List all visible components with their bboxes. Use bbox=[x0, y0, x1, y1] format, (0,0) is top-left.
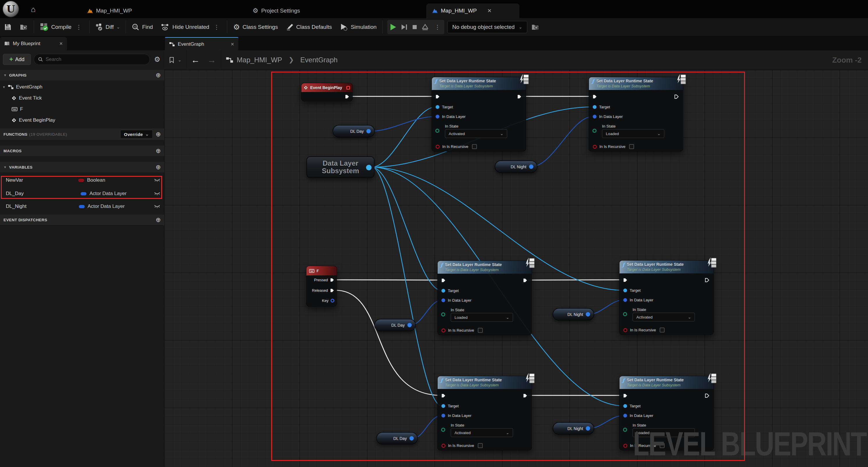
recursive-checkbox[interactable] bbox=[629, 144, 634, 149]
recursive-pin[interactable] bbox=[623, 444, 627, 448]
close-tab-icon[interactable]: ✕ bbox=[230, 41, 234, 47]
pin-row-target[interactable]: Target bbox=[441, 404, 459, 408]
home-icon[interactable]: ⌂ bbox=[28, 4, 38, 14]
in-state-pin[interactable] bbox=[441, 312, 445, 317]
bookmarks-button[interactable]: ⌄ bbox=[164, 50, 186, 69]
exec-out-pin[interactable] bbox=[705, 393, 709, 398]
pin-row-recursive[interactable]: In Is Recursive bbox=[593, 144, 634, 149]
node-get-dl-day[interactable]: DL Day bbox=[374, 319, 416, 331]
section-functions[interactable]: FUNCTIONS (19 OVERRIDABLE) Override ⌄ ⊕ bbox=[0, 128, 164, 140]
in-data-layer-pin[interactable] bbox=[623, 414, 627, 417]
recursive-checkbox[interactable] bbox=[478, 443, 483, 448]
tab-eventgraph[interactable]: EventGraph ✕ bbox=[165, 37, 238, 50]
override-dropdown[interactable]: Override ⌄ bbox=[120, 130, 153, 139]
eye-closed-icon[interactable] bbox=[154, 192, 160, 195]
node-get-dl-day[interactable]: DL Day bbox=[333, 125, 375, 138]
debug-object-select[interactable]: No debug object selected ⌄ bbox=[447, 21, 527, 33]
in-state-dropdown[interactable]: Activated⌄ bbox=[445, 129, 507, 138]
stop-icon[interactable] bbox=[412, 24, 417, 30]
exec-in-pin[interactable] bbox=[592, 94, 597, 99]
in-data-layer-pin[interactable] bbox=[441, 298, 445, 302]
exec-in-pin[interactable] bbox=[623, 278, 628, 283]
hide-unrelated-options-kebab-icon[interactable]: ⋮ bbox=[212, 24, 221, 31]
hide-unrelated-button[interactable]: Hide Unrelated ⋮ bbox=[157, 20, 225, 34]
asset-tab-map-hmi-wp[interactable]: Map_HMI_WP bbox=[82, 3, 137, 18]
data-layer-out-pin[interactable] bbox=[586, 312, 590, 317]
add-variable-icon[interactable]: ⊕ bbox=[156, 164, 161, 171]
tab-map-hmi-wp-active[interactable]: Map_HMI_WP ✕ bbox=[426, 3, 519, 18]
graph-item-event-tick[interactable]: Event Tick bbox=[0, 93, 164, 104]
exec-out-pin[interactable] bbox=[674, 94, 679, 99]
variable-row-dl-night[interactable]: DL_Night Actor Data Layer bbox=[0, 201, 164, 212]
save-button[interactable] bbox=[0, 20, 16, 34]
pin-row-recursive[interactable]: In Is Recursive bbox=[436, 144, 477, 149]
node-set-data-layer-runtime-state-1[interactable]: ƒ Set Data Layer Runtime State Target is… bbox=[432, 77, 526, 151]
in-state-dropdown[interactable]: Activated⌄ bbox=[451, 428, 513, 437]
target-pin[interactable] bbox=[593, 105, 596, 109]
diff-button[interactable]: Diff ⌄ bbox=[91, 20, 124, 34]
node-get-dl-day[interactable]: DL Day bbox=[376, 432, 418, 445]
exec-in-pin[interactable] bbox=[441, 278, 446, 283]
recursive-pin[interactable] bbox=[441, 328, 445, 332]
collapse-triangle-icon[interactable]: ▼ bbox=[2, 85, 5, 89]
in-state-pin[interactable] bbox=[435, 129, 439, 133]
simulation-button[interactable]: Simulation bbox=[336, 20, 381, 34]
play-options-kebab-icon[interactable]: ⋮ bbox=[433, 24, 442, 31]
in-data-layer-pin[interactable] bbox=[593, 115, 596, 118]
exec-out-pin[interactable] bbox=[517, 94, 522, 99]
recursive-checkbox[interactable] bbox=[472, 144, 477, 149]
in-data-layer-pin[interactable] bbox=[436, 115, 439, 118]
breadcrumb-root[interactable]: Map_HMI_WP bbox=[237, 56, 282, 64]
exec-out-pin[interactable] bbox=[345, 94, 349, 99]
variable-row-dl-day[interactable]: DL_Day Actor Data Layer bbox=[0, 188, 164, 199]
in-data-layer-pin[interactable] bbox=[441, 414, 445, 417]
graph-item-event-beginplay[interactable]: Event BeginPlay bbox=[0, 115, 164, 126]
section-graphs[interactable]: ▼ GRAPHS ⊕ bbox=[0, 70, 164, 80]
target-pin[interactable] bbox=[623, 404, 627, 408]
node-data-layer-subsystem[interactable]: Data Layer Subsystem bbox=[306, 156, 374, 178]
tab-my-blueprint[interactable]: My Blueprint ✕ bbox=[0, 37, 67, 50]
exec-in-pin[interactable] bbox=[435, 94, 440, 99]
data-layer-out-pin[interactable] bbox=[366, 129, 371, 133]
eye-closed-icon[interactable] bbox=[154, 205, 160, 208]
pin-row-in-data-layer[interactable]: In Data Layer bbox=[436, 114, 466, 119]
in-state-dropdown[interactable]: Activated⌄ bbox=[632, 313, 695, 321]
node-get-dl-night[interactable]: DL Night bbox=[553, 308, 594, 321]
graph-item-eventgraph[interactable]: ▼ EventGraph bbox=[0, 82, 164, 93]
pin-row-in-data-layer[interactable]: In Data Layer bbox=[623, 298, 653, 302]
panel-settings-gear-icon[interactable]: ⚙ bbox=[153, 55, 161, 63]
close-panel-icon[interactable]: ✕ bbox=[59, 41, 63, 46]
in-state-pin[interactable] bbox=[441, 428, 445, 432]
in-state-pin[interactable] bbox=[592, 129, 596, 133]
data-layer-out-pin[interactable] bbox=[409, 436, 414, 440]
pin-row-recursive[interactable]: In Is Recursive bbox=[623, 327, 664, 332]
eye-closed-icon[interactable] bbox=[154, 178, 160, 182]
recursive-checkbox[interactable] bbox=[478, 328, 483, 333]
node-set-data-layer-runtime-state-5[interactable]: ƒ Set Data Layer Runtime State Target is… bbox=[437, 376, 532, 450]
graph-canvas[interactable]: Event BeginPlay F Pressed Released bbox=[164, 70, 868, 467]
in-state-dropdown[interactable]: Loaded⌄ bbox=[451, 313, 513, 322]
section-event-dispatchers[interactable]: EVENT DISPATCHERS ⊕ bbox=[0, 214, 164, 225]
data-layer-out-pin[interactable] bbox=[407, 323, 412, 327]
data-layer-out-pin[interactable] bbox=[586, 426, 590, 431]
navigate-back-icon[interactable]: ← bbox=[191, 55, 200, 65]
compile-button[interactable]: Compile ⋮ bbox=[36, 20, 88, 34]
exec-out-pin[interactable] bbox=[523, 278, 528, 283]
add-graph-icon[interactable]: ⊕ bbox=[156, 71, 161, 79]
pin-row-pressed[interactable]: Pressed bbox=[314, 278, 334, 282]
node-input-key-f[interactable]: F Pressed Released Key bbox=[306, 266, 337, 307]
pin-row-target[interactable]: Target bbox=[623, 288, 641, 293]
class-settings-button[interactable]: ⚙ Class Settings bbox=[229, 20, 282, 34]
variable-row-newvar[interactable]: NewVar Boolean bbox=[0, 175, 164, 186]
in-state-pin[interactable] bbox=[623, 428, 627, 432]
play-icon[interactable] bbox=[390, 23, 397, 31]
target-pin[interactable] bbox=[623, 289, 627, 292]
node-set-data-layer-runtime-state-4[interactable]: ƒ Set Data Layer Runtime State Target is… bbox=[619, 260, 714, 335]
node-set-data-layer-runtime-state-3[interactable]: ƒ Set Data Layer Runtime State Target is… bbox=[437, 261, 532, 335]
exec-in-pin[interactable] bbox=[441, 393, 446, 398]
recursive-pin[interactable] bbox=[436, 145, 440, 149]
pin-row-target[interactable]: Target bbox=[593, 105, 610, 109]
node-get-dl-night[interactable]: DL Night bbox=[553, 422, 594, 435]
pin-row-recursive[interactable]: In Is Recursive bbox=[441, 443, 483, 448]
exec-out-pin[interactable] bbox=[330, 288, 334, 293]
